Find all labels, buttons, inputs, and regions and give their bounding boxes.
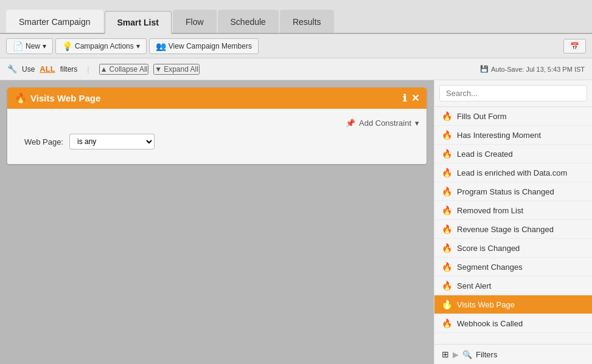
trigger-item-sent-alert[interactable]: 🔥Sent Alert (434, 276, 592, 295)
info-icon[interactable]: ℹ (403, 92, 406, 104)
filters-group[interactable]: ⊞ ▶ 🔍 Filters (434, 344, 592, 364)
trigger-icon-lead-is-created: 🔥 (442, 149, 452, 159)
trigger-label-visits-web-page: Visits Web Page (457, 300, 515, 309)
trigger-item-program-status-changed[interactable]: 🔥Program Status is Changed (434, 182, 592, 201)
new-button[interactable]: 📄 New ▾ (6, 38, 53, 54)
close-icon[interactable]: ✕ (411, 92, 419, 104)
new-dropdown-icon: ▾ (43, 42, 46, 50)
trigger-icon-removed-from-list: 🔥 (442, 205, 452, 215)
web-page-label: Web Page: (15, 137, 63, 146)
header-left: 🔥 Visits Web Page (15, 92, 100, 104)
filter-card-header: 🔥 Visits Web Page ℹ ✕ (7, 88, 427, 109)
filter-card-icon: 🔥 (15, 92, 27, 104)
trigger-label-lead-enriched: Lead is enriched with Data.com (457, 168, 567, 177)
trigger-icon-sent-alert: 🔥 (442, 281, 452, 290)
pin-icon: 📌 (346, 118, 355, 128)
main-area: 🔥 Visits Web Page ℹ ✕ 📌 Add Constraint ▾… (0, 80, 592, 364)
trigger-icon-has-interesting-moment: 🔥 (442, 130, 452, 140)
tab-smart-list[interactable]: Smart List (105, 11, 172, 34)
trigger-label-lead-is-created: Lead is Created (457, 149, 513, 159)
filter-all-toggle[interactable]: ALL (40, 64, 55, 74)
trigger-icon-revenue-stage-changed: 🔥 (442, 224, 452, 234)
tab-flow[interactable]: Flow (173, 10, 217, 33)
trigger-item-segment-changes[interactable]: 🔥Segment Changes (434, 258, 592, 276)
visits-web-page-card: 🔥 Visits Web Page ℹ ✕ 📌 Add Constraint ▾… (7, 88, 427, 164)
collapse-all-button[interactable]: ▲ Collapse All (99, 64, 149, 75)
filters-group-icon: 🔍 (462, 350, 472, 359)
filter-icon: 🔧 (7, 64, 17, 74)
trigger-icon-fills-out-form: 🔥 (442, 111, 452, 121)
web-page-filter-row: Web Page: is anyisis notcontains (15, 134, 419, 149)
members-icon: 👥 (156, 41, 166, 51)
trigger-item-score-changed[interactable]: 🔥Score is Changed (434, 239, 592, 258)
header-actions: ℹ ✕ (403, 92, 419, 104)
new-icon: 📄 (13, 41, 23, 51)
filters-group-label: Filters (476, 350, 497, 359)
trigger-item-webhook-called[interactable]: 🔥Webhook is Called (434, 314, 592, 333)
trigger-label-revenue-stage-changed: Revenue Stage is Changed (457, 225, 554, 234)
trigger-list: 🔥Fills Out Form🔥Has Interesting Moment🔥L… (434, 107, 592, 344)
tab-smarter-campaign[interactable]: Smarter Campaign (6, 10, 103, 33)
trigger-item-lead-is-created[interactable]: 🔥Lead is Created (434, 145, 592, 163)
trigger-item-revenue-stage-changed[interactable]: 🔥Revenue Stage is Changed (434, 220, 592, 239)
filter-suffix: filters (60, 65, 78, 74)
collapse-icon: ▲ (100, 65, 108, 74)
trigger-label-removed-from-list: Removed from List (457, 206, 523, 215)
expand-all-button[interactable]: ▼ Expand All (153, 64, 200, 75)
search-box (434, 80, 592, 107)
filter-card-body: 📌 Add Constraint ▾ Web Page: is anyisis … (7, 109, 427, 164)
trigger-item-lead-enriched[interactable]: 🔥Lead is enriched with Data.com (434, 163, 592, 182)
trigger-item-has-interesting-moment[interactable]: 🔥Has Interesting Moment (434, 126, 592, 145)
toolbar: 📄 New ▾ 💡 Campaign Actions ▾ 👥 View Camp… (0, 34, 592, 58)
right-panel: 🔥Fills Out Form🔥Has Interesting Moment🔥L… (434, 80, 592, 364)
trigger-label-fills-out-form: Fills Out Form (457, 112, 507, 121)
trigger-label-webhook-called: Webhook is Called (457, 319, 523, 328)
left-panel: 🔥 Visits Web Page ℹ ✕ 📌 Add Constraint ▾… (0, 80, 434, 364)
tab-results[interactable]: Results (280, 10, 334, 33)
trigger-item-removed-from-list[interactable]: 🔥Removed from List (434, 201, 592, 220)
add-constraint-dropdown-icon[interactable]: ▾ (415, 118, 419, 128)
calendar-icon: 📅 (570, 42, 579, 50)
campaign-icon: 💡 (62, 41, 72, 51)
expand-icon: ▼ (155, 65, 162, 74)
calendar-button[interactable]: 📅 (563, 39, 586, 53)
trigger-icon-lead-enriched: 🔥 (442, 168, 452, 177)
trigger-label-segment-changes: Segment Changes (457, 263, 523, 272)
filter-divider: | (87, 64, 89, 74)
add-constraint-button[interactable]: Add Constraint (359, 118, 411, 128)
web-page-select[interactable]: is anyisis notcontains (69, 134, 155, 149)
trigger-label-sent-alert: Sent Alert (457, 281, 491, 290)
save-icon: 💾 (480, 65, 489, 73)
trigger-label-program-status-changed: Program Status is Changed (457, 187, 554, 196)
trigger-icon-visits-web-page: 🔥 (442, 300, 452, 309)
filter-bar: 🔧 Use ALL filters | ▲ Collapse All ▼ Exp… (0, 58, 592, 80)
campaign-actions-dropdown-icon: ▾ (136, 42, 140, 50)
expand-filters-icon: ⊞ (442, 349, 449, 359)
trigger-icon-program-status-changed: 🔥 (442, 187, 452, 196)
trigger-item-visits-web-page[interactable]: 🔥Visits Web Page (434, 295, 592, 314)
trigger-icon-score-changed: 🔥 (442, 243, 452, 253)
view-members-button[interactable]: 👥 View Campaign Members (149, 38, 259, 54)
add-constraint-area: 📌 Add Constraint ▾ (15, 118, 419, 128)
trigger-item-fills-out-form[interactable]: 🔥Fills Out Form (434, 107, 592, 126)
tab-schedule[interactable]: Schedule (218, 10, 279, 33)
autosave-indicator: 💾 Auto-Save: Jul 13, 5:43 PM IST (480, 65, 585, 73)
arrow-icon: ▶ (453, 350, 459, 359)
trigger-label-score-changed: Score is Changed (457, 244, 520, 253)
trigger-icon-webhook-called: 🔥 (442, 318, 452, 328)
tab-bar: Smarter Campaign Smart List Flow Schedul… (0, 0, 592, 34)
trigger-label-has-interesting-moment: Has Interesting Moment (457, 131, 541, 140)
campaign-actions-button[interactable]: 💡 Campaign Actions ▾ (55, 38, 147, 54)
filter-card-title: Visits Web Page (30, 93, 100, 103)
trigger-icon-segment-changes: 🔥 (442, 262, 452, 272)
search-input[interactable] (439, 85, 587, 101)
filter-prefix: Use (22, 65, 35, 74)
